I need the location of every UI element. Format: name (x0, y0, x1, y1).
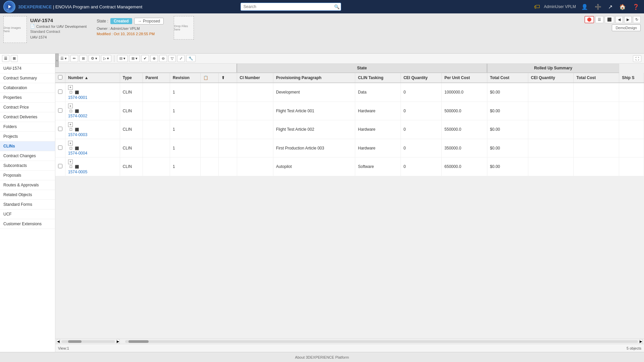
row-icon-type: ⬛ (74, 90, 79, 95)
row-number-link[interactable]: 1574-0005 (68, 170, 87, 174)
toolbar-right-spacer: ⛶ (633, 55, 641, 62)
insert-btn[interactable]: ⊕ (150, 55, 158, 62)
user-icon[interactable]: 👤 (580, 3, 589, 11)
row-expand-btn[interactable]: + (68, 122, 73, 127)
refresh-button[interactable]: ↻ (633, 16, 641, 23)
drop-files-area[interactable]: Drop Files here (174, 16, 194, 40)
row-checkbox-0[interactable] (58, 89, 62, 94)
row-icon-checkbox: ☐ (68, 127, 73, 132)
expand-btn[interactable]: ⤢ (177, 55, 185, 62)
row-ship-cell (619, 158, 644, 176)
home-icon[interactable]: 🏠 (618, 3, 627, 11)
sidebar-item-routes-approvals[interactable]: Routes & Approvals (0, 180, 55, 190)
row-expand-btn[interactable]: + (68, 104, 73, 108)
config-btn[interactable]: ⚙ ▾ (89, 55, 100, 62)
row-number-cell: + ☐ ⬛ 1574-0005 (65, 158, 120, 176)
sidebar-item-properties[interactable]: Properties (0, 93, 55, 103)
row-number-link[interactable]: 1574-0004 (68, 151, 87, 156)
row-checkbox-2[interactable] (58, 127, 62, 131)
row-number-link[interactable]: 1574-0002 (68, 114, 87, 118)
remove-btn[interactable]: ⊖ (159, 55, 167, 62)
th-ship[interactable]: Ship S (619, 73, 644, 83)
check-btn[interactable]: ✔ (141, 55, 149, 62)
row-expand-btn[interactable]: + (68, 160, 73, 164)
filter-btn[interactable]: ▽ (168, 55, 176, 62)
th-per-unit-cost[interactable]: Per Unit Cost (442, 73, 487, 83)
search-button[interactable]: 🔍 (334, 4, 340, 9)
row-number-link[interactable]: 1574-0003 (68, 132, 87, 137)
sidebar-item-clins[interactable]: CLINs (0, 141, 55, 151)
search-input[interactable] (240, 3, 341, 11)
th-cei-quantity[interactable]: CEI Quantity (400, 73, 441, 83)
th-type[interactable]: Type (120, 73, 143, 83)
scroll-right-btn[interactable]: ▶ (116, 339, 120, 344)
columns-btn[interactable]: ⊞ ▾ (129, 55, 140, 62)
row-checkbox-3[interactable] (58, 145, 62, 150)
edit-btn[interactable]: ✏ (70, 55, 78, 62)
row-cei-cell: 0 (400, 139, 441, 158)
sidebar-item-contract-changes[interactable]: Contract Changes (0, 151, 55, 161)
th-parent[interactable]: Parent (143, 73, 170, 83)
rolled-group-header: Rolled Up Summary (487, 64, 619, 73)
structure-btn[interactable]: ⊞ (79, 55, 87, 62)
sidebar-item-customer-extensions[interactable]: Customer Extensions (0, 219, 55, 229)
th-prov-paragraph[interactable]: Provisioning Paragraph (273, 73, 355, 83)
row-icon-type: ⬛ (74, 145, 79, 151)
sidebar-toolbar: ☰ ⊞ (0, 54, 55, 64)
sidebar-item-ucf[interactable]: UCF (0, 209, 55, 219)
th-rolled-cei[interactable]: CEI Quantity (528, 73, 574, 83)
sidebar-item-related-objects[interactable]: Related Objects (0, 190, 55, 200)
view-btn[interactable]: ⊟ ▾ (117, 55, 128, 62)
prev-button[interactable]: ◀ (615, 16, 623, 23)
h-scrollbar-track2[interactable] (125, 340, 638, 343)
row-ci-cell (237, 120, 273, 139)
tag-icon[interactable]: 🏷 (534, 3, 540, 10)
row-ci-cell (237, 102, 273, 120)
list-button[interactable]: ☰ (595, 16, 603, 23)
row-expand-btn[interactable]: + (68, 141, 73, 145)
sidebar-item-projects[interactable]: Projects (0, 132, 55, 141)
add-icon[interactable]: ➕ (593, 3, 603, 11)
more-btn[interactable]: ▷ ▾ (101, 55, 111, 62)
sidebar-item-uav1574[interactable]: UAV-1574 (0, 64, 55, 73)
demo-design-button[interactable]: DemoDesign (612, 24, 641, 31)
h-scrollbar-track[interactable] (61, 340, 115, 343)
maximize-btn[interactable]: ⛶ (633, 55, 641, 62)
tools-btn[interactable]: 🔧 (186, 55, 196, 62)
alert-button[interactable]: 🔴 (585, 16, 594, 23)
sidebar-item-standard-forms[interactable]: Standard Forms (0, 200, 55, 209)
row-icons: ☐ ⬛ (68, 108, 117, 114)
row-expand-btn[interactable]: + (68, 85, 73, 90)
sidebar-item-contract-price[interactable]: Contract Price (0, 103, 55, 112)
row-checkbox-1[interactable] (58, 108, 62, 113)
scroll-left-btn[interactable]: ◀ (57, 339, 60, 344)
select-all-checkbox[interactable] (58, 75, 62, 79)
scroll-right-btn2[interactable]: ▶ (639, 339, 643, 344)
sidebar-item-contract-summary[interactable]: Contract Summary (0, 73, 55, 83)
drop-image-area[interactable]: Drop images here (3, 16, 27, 43)
th-clin-tasking[interactable]: CLIN Tasking (355, 73, 401, 83)
th-rolled-total[interactable]: Total Cost (574, 73, 619, 83)
row-icon2-cell (219, 158, 237, 176)
th-number[interactable]: Number ▲ (65, 73, 120, 83)
row-number-link[interactable]: 1574-0001 (68, 95, 87, 100)
share-icon[interactable]: ↗ (607, 3, 614, 11)
help-icon[interactable]: ❓ (631, 3, 641, 11)
sidebar-item-subcontracts[interactable]: Subcontracts (0, 161, 55, 171)
row-checkbox-4[interactable] (58, 164, 62, 168)
sidebar-item-proposals[interactable]: Proposals (0, 171, 55, 180)
row-parent-cell (143, 102, 170, 120)
next-button[interactable]: ▶ (624, 16, 632, 23)
menu-btn[interactable]: ☰ ▾ (58, 55, 69, 62)
back-table-button[interactable]: ⬛ (605, 16, 614, 23)
sidebar-item-folders[interactable]: Folders (0, 122, 55, 132)
sidebar-expand-btn[interactable]: ☰ (2, 55, 9, 62)
row-total-cell: $0.00 (487, 83, 528, 102)
th-revision[interactable]: Revision (170, 73, 201, 83)
th-total-cost[interactable]: Total Cost (487, 73, 528, 83)
th-ci-number[interactable]: CI Number (237, 73, 273, 83)
sidebar-settings-btn[interactable]: ⊞ (11, 55, 18, 62)
sidebar-item-collaboration[interactable]: Collaboration (0, 83, 55, 93)
sidebar-item-contract-deliveries[interactable]: Contract Deliveries (0, 112, 55, 122)
row-per-unit-cell: 550000.0 (442, 120, 487, 139)
